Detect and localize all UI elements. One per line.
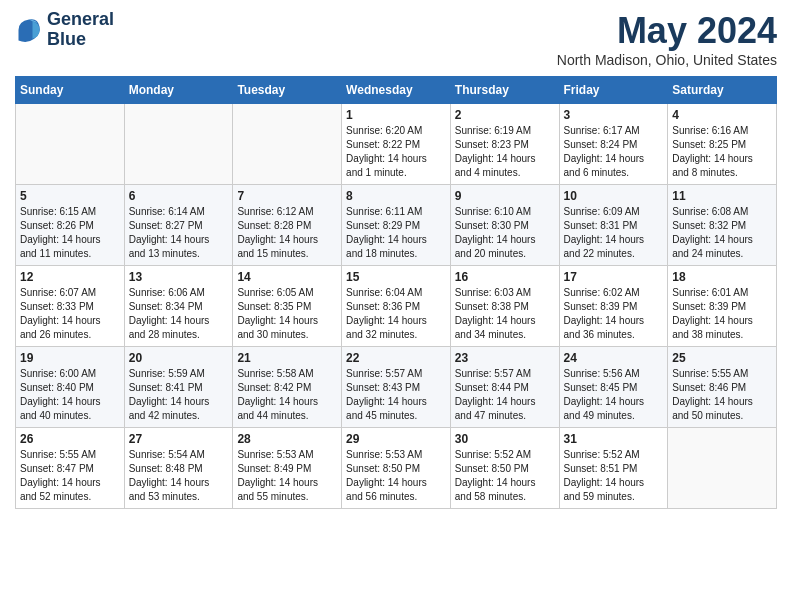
day-info: Sunrise: 6:09 AM Sunset: 8:31 PM Dayligh… (564, 205, 664, 261)
day-number: 4 (672, 108, 772, 122)
day-info: Sunrise: 6:19 AM Sunset: 8:23 PM Dayligh… (455, 124, 555, 180)
day-info: Sunrise: 6:05 AM Sunset: 8:35 PM Dayligh… (237, 286, 337, 342)
logo: General Blue (15, 10, 114, 50)
day-info: Sunrise: 6:03 AM Sunset: 8:38 PM Dayligh… (455, 286, 555, 342)
logo-icon (15, 16, 43, 44)
calendar-week-5: 26Sunrise: 5:55 AM Sunset: 8:47 PM Dayli… (16, 428, 777, 509)
calendar-cell: 10Sunrise: 6:09 AM Sunset: 8:31 PM Dayli… (559, 185, 668, 266)
title-block: May 2024 North Madison, Ohio, United Sta… (557, 10, 777, 68)
day-number: 13 (129, 270, 229, 284)
day-number: 14 (237, 270, 337, 284)
day-info: Sunrise: 6:11 AM Sunset: 8:29 PM Dayligh… (346, 205, 446, 261)
day-number: 6 (129, 189, 229, 203)
calendar-week-3: 12Sunrise: 6:07 AM Sunset: 8:33 PM Dayli… (16, 266, 777, 347)
calendar-cell: 4Sunrise: 6:16 AM Sunset: 8:25 PM Daylig… (668, 104, 777, 185)
calendar-week-2: 5Sunrise: 6:15 AM Sunset: 8:26 PM Daylig… (16, 185, 777, 266)
calendar-cell: 20Sunrise: 5:59 AM Sunset: 8:41 PM Dayli… (124, 347, 233, 428)
calendar-cell (668, 428, 777, 509)
calendar-cell: 25Sunrise: 5:55 AM Sunset: 8:46 PM Dayli… (668, 347, 777, 428)
calendar-cell: 1Sunrise: 6:20 AM Sunset: 8:22 PM Daylig… (342, 104, 451, 185)
day-number: 15 (346, 270, 446, 284)
calendar-cell: 2Sunrise: 6:19 AM Sunset: 8:23 PM Daylig… (450, 104, 559, 185)
calendar-cell: 13Sunrise: 6:06 AM Sunset: 8:34 PM Dayli… (124, 266, 233, 347)
page-header: General Blue May 2024 North Madison, Ohi… (15, 10, 777, 68)
calendar-cell: 16Sunrise: 6:03 AM Sunset: 8:38 PM Dayli… (450, 266, 559, 347)
day-info: Sunrise: 5:52 AM Sunset: 8:51 PM Dayligh… (564, 448, 664, 504)
day-info: Sunrise: 6:17 AM Sunset: 8:24 PM Dayligh… (564, 124, 664, 180)
day-number: 25 (672, 351, 772, 365)
day-info: Sunrise: 5:55 AM Sunset: 8:46 PM Dayligh… (672, 367, 772, 423)
day-header-tuesday: Tuesday (233, 77, 342, 104)
day-number: 22 (346, 351, 446, 365)
calendar-cell: 17Sunrise: 6:02 AM Sunset: 8:39 PM Dayli… (559, 266, 668, 347)
calendar-cell: 30Sunrise: 5:52 AM Sunset: 8:50 PM Dayli… (450, 428, 559, 509)
day-number: 30 (455, 432, 555, 446)
day-info: Sunrise: 6:00 AM Sunset: 8:40 PM Dayligh… (20, 367, 120, 423)
day-number: 24 (564, 351, 664, 365)
day-number: 11 (672, 189, 772, 203)
day-number: 23 (455, 351, 555, 365)
calendar-cell: 6Sunrise: 6:14 AM Sunset: 8:27 PM Daylig… (124, 185, 233, 266)
day-info: Sunrise: 5:54 AM Sunset: 8:48 PM Dayligh… (129, 448, 229, 504)
calendar-cell (16, 104, 125, 185)
day-info: Sunrise: 6:10 AM Sunset: 8:30 PM Dayligh… (455, 205, 555, 261)
day-number: 18 (672, 270, 772, 284)
calendar-cell: 22Sunrise: 5:57 AM Sunset: 8:43 PM Dayli… (342, 347, 451, 428)
calendar-cell: 8Sunrise: 6:11 AM Sunset: 8:29 PM Daylig… (342, 185, 451, 266)
day-number: 29 (346, 432, 446, 446)
calendar-cell: 11Sunrise: 6:08 AM Sunset: 8:32 PM Dayli… (668, 185, 777, 266)
calendar-cell: 28Sunrise: 5:53 AM Sunset: 8:49 PM Dayli… (233, 428, 342, 509)
calendar-cell: 18Sunrise: 6:01 AM Sunset: 8:39 PM Dayli… (668, 266, 777, 347)
day-number: 17 (564, 270, 664, 284)
day-info: Sunrise: 5:59 AM Sunset: 8:41 PM Dayligh… (129, 367, 229, 423)
calendar-cell: 14Sunrise: 6:05 AM Sunset: 8:35 PM Dayli… (233, 266, 342, 347)
day-header-thursday: Thursday (450, 77, 559, 104)
day-number: 3 (564, 108, 664, 122)
day-number: 21 (237, 351, 337, 365)
calendar-cell (124, 104, 233, 185)
calendar-cell: 5Sunrise: 6:15 AM Sunset: 8:26 PM Daylig… (16, 185, 125, 266)
day-info: Sunrise: 5:58 AM Sunset: 8:42 PM Dayligh… (237, 367, 337, 423)
day-number: 8 (346, 189, 446, 203)
day-info: Sunrise: 6:01 AM Sunset: 8:39 PM Dayligh… (672, 286, 772, 342)
logo-text: General Blue (47, 10, 114, 50)
calendar-cell: 23Sunrise: 5:57 AM Sunset: 8:44 PM Dayli… (450, 347, 559, 428)
day-info: Sunrise: 5:53 AM Sunset: 8:50 PM Dayligh… (346, 448, 446, 504)
calendar-week-4: 19Sunrise: 6:00 AM Sunset: 8:40 PM Dayli… (16, 347, 777, 428)
day-number: 12 (20, 270, 120, 284)
calendar-cell: 21Sunrise: 5:58 AM Sunset: 8:42 PM Dayli… (233, 347, 342, 428)
day-info: Sunrise: 6:07 AM Sunset: 8:33 PM Dayligh… (20, 286, 120, 342)
day-number: 19 (20, 351, 120, 365)
calendar-cell: 19Sunrise: 6:00 AM Sunset: 8:40 PM Dayli… (16, 347, 125, 428)
day-number: 20 (129, 351, 229, 365)
location-title: North Madison, Ohio, United States (557, 52, 777, 68)
calendar-body: 1Sunrise: 6:20 AM Sunset: 8:22 PM Daylig… (16, 104, 777, 509)
day-header-wednesday: Wednesday (342, 77, 451, 104)
calendar-cell: 29Sunrise: 5:53 AM Sunset: 8:50 PM Dayli… (342, 428, 451, 509)
day-header-saturday: Saturday (668, 77, 777, 104)
calendar-cell: 15Sunrise: 6:04 AM Sunset: 8:36 PM Dayli… (342, 266, 451, 347)
day-info: Sunrise: 5:56 AM Sunset: 8:45 PM Dayligh… (564, 367, 664, 423)
day-info: Sunrise: 6:12 AM Sunset: 8:28 PM Dayligh… (237, 205, 337, 261)
day-number: 10 (564, 189, 664, 203)
day-info: Sunrise: 6:20 AM Sunset: 8:22 PM Dayligh… (346, 124, 446, 180)
calendar-cell: 31Sunrise: 5:52 AM Sunset: 8:51 PM Dayli… (559, 428, 668, 509)
day-info: Sunrise: 5:52 AM Sunset: 8:50 PM Dayligh… (455, 448, 555, 504)
day-number: 16 (455, 270, 555, 284)
day-number: 26 (20, 432, 120, 446)
calendar-table: SundayMondayTuesdayWednesdayThursdayFrid… (15, 76, 777, 509)
day-info: Sunrise: 6:14 AM Sunset: 8:27 PM Dayligh… (129, 205, 229, 261)
day-header-friday: Friday (559, 77, 668, 104)
calendar-cell: 9Sunrise: 6:10 AM Sunset: 8:30 PM Daylig… (450, 185, 559, 266)
calendar-cell: 12Sunrise: 6:07 AM Sunset: 8:33 PM Dayli… (16, 266, 125, 347)
day-number: 31 (564, 432, 664, 446)
day-info: Sunrise: 5:53 AM Sunset: 8:49 PM Dayligh… (237, 448, 337, 504)
calendar-cell: 27Sunrise: 5:54 AM Sunset: 8:48 PM Dayli… (124, 428, 233, 509)
day-number: 28 (237, 432, 337, 446)
day-number: 9 (455, 189, 555, 203)
day-header-sunday: Sunday (16, 77, 125, 104)
day-info: Sunrise: 6:04 AM Sunset: 8:36 PM Dayligh… (346, 286, 446, 342)
day-number: 1 (346, 108, 446, 122)
calendar-cell (233, 104, 342, 185)
calendar-cell: 3Sunrise: 6:17 AM Sunset: 8:24 PM Daylig… (559, 104, 668, 185)
